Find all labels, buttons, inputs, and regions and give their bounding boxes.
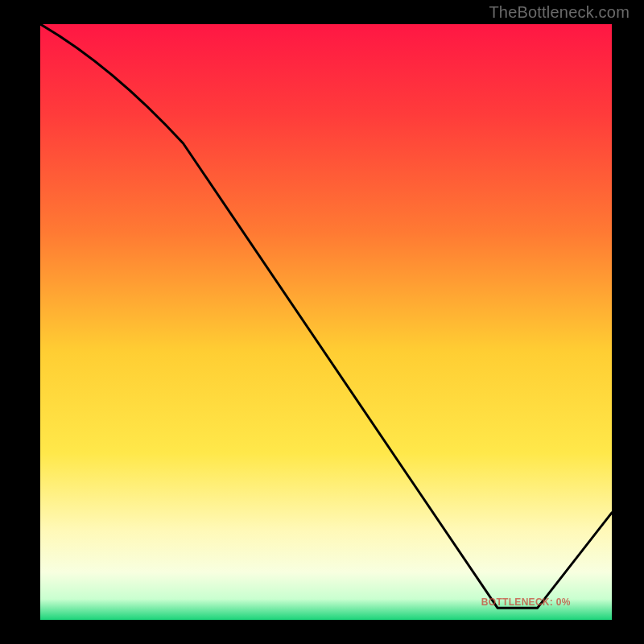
plot-area [40,24,612,620]
chart-frame: TheBottleneck.com BOTTLENECK: 0% [0,0,644,644]
chart-svg [40,24,612,620]
gradient-background [40,24,612,620]
watermark-text: TheBottleneck.com [489,3,630,22]
